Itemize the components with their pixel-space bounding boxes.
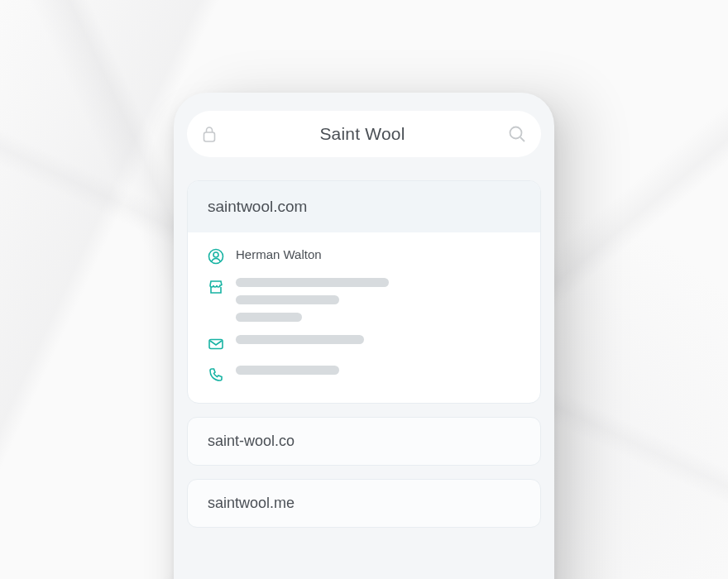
search-icon[interactable] — [508, 125, 526, 143]
owner-name: Herman Walton — [236, 247, 520, 261]
org-line-3-skeleton — [236, 313, 302, 322]
svg-point-4 — [213, 252, 218, 257]
lock-icon — [202, 125, 217, 143]
primary-result-body: Herman Walton — [188, 232, 540, 403]
search-title: Saint Wool — [228, 124, 496, 144]
svg-line-2 — [520, 137, 524, 141]
search-bar[interactable]: Saint Wool — [187, 111, 541, 157]
org-line-1-skeleton — [236, 278, 389, 287]
organization-row — [208, 278, 520, 322]
result-domain: saintwool.me — [208, 495, 295, 511]
result-domain: saint-wool.co — [208, 433, 295, 449]
result-item[interactable]: saintwool.me — [187, 479, 541, 528]
store-icon — [208, 279, 224, 295]
phone-row — [208, 366, 520, 383]
primary-result-domain: saintwool.com — [188, 181, 540, 232]
svg-point-1 — [510, 127, 522, 139]
svg-rect-0 — [204, 132, 215, 141]
person-icon — [208, 248, 224, 265]
owner-row: Herman Walton — [208, 247, 520, 265]
email-row — [208, 335, 520, 352]
org-line-2-skeleton — [236, 295, 339, 304]
mail-icon — [208, 336, 224, 352]
email-skeleton — [236, 335, 364, 344]
primary-result-card[interactable]: saintwool.com Herman Walton — [187, 180, 541, 404]
phone-skeleton — [236, 366, 339, 375]
result-item[interactable]: saint-wool.co — [187, 417, 541, 466]
phone-frame: Saint Wool saintwool.com Herman Walt — [174, 93, 554, 579]
phone-icon — [208, 366, 224, 383]
